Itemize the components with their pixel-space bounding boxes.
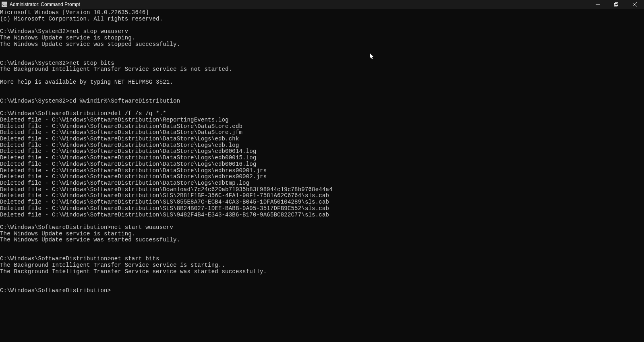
titlebar-buttons <box>588 0 644 9</box>
window-titlebar: C:\ Administrator: Command Prompt <box>0 0 644 9</box>
cmd-app-icon: C:\ <box>2 2 7 7</box>
close-button[interactable] <box>625 0 644 9</box>
maximize-button[interactable] <box>607 0 625 9</box>
svg-rect-1 <box>615 4 617 6</box>
titlebar-left: C:\ Administrator: Command Prompt <box>2 2 80 7</box>
terminal-content[interactable]: Microsoft Windows [Version 10.0.22635.36… <box>0 9 644 294</box>
minimize-icon <box>596 2 600 6</box>
svg-rect-2 <box>615 3 618 6</box>
close-icon <box>633 2 637 6</box>
window-title: Administrator: Command Prompt <box>10 2 80 7</box>
minimize-button[interactable] <box>588 0 607 9</box>
maximize-icon <box>614 2 618 6</box>
